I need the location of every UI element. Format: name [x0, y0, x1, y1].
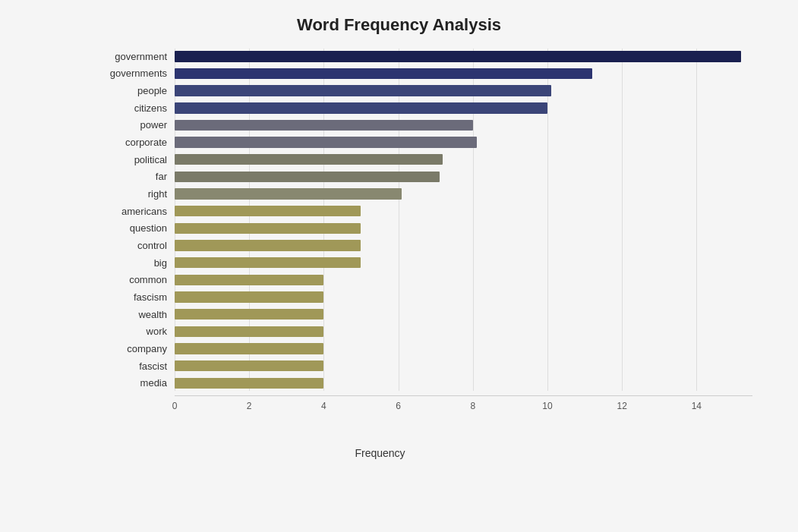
bar-fill: [175, 154, 443, 165]
bar-fill: [175, 378, 323, 389]
bar-row: corporate: [91, 134, 752, 150]
bar-row: media: [91, 375, 752, 391]
bar-row: big: [91, 255, 752, 271]
chart-area: governmentgovernmentspeoplecitizenspower…: [91, 49, 752, 459]
bar-label: work: [91, 326, 175, 337]
bar-row: wealth: [91, 307, 752, 323]
bar-fill: [175, 257, 361, 268]
bar-label: citizens: [91, 102, 175, 114]
bar-track: [175, 206, 752, 216]
bar-row: common: [91, 272, 752, 288]
bar-row: right: [91, 186, 752, 202]
bar-fill: [175, 206, 361, 216]
bar-label: far: [91, 171, 175, 182]
bars-wrapper: governmentgovernmentspeoplecitizenspower…: [91, 49, 752, 391]
bar-row: fascism: [91, 289, 752, 305]
bar-label: right: [91, 188, 175, 200]
bar-row: fascist: [91, 358, 752, 374]
x-axis-tick: 10: [542, 401, 552, 411]
bar-track: [175, 51, 752, 61]
bar-fill: [175, 51, 741, 61]
bar-track: [175, 275, 752, 285]
bar-fill: [175, 172, 440, 182]
bar-fill: [175, 360, 323, 371]
chart-title: Word Frequency Analysis: [46, 15, 752, 35]
bar-fill: [175, 102, 547, 113]
bar-label: wealth: [91, 309, 175, 320]
bar-row: question: [91, 221, 752, 237]
bar-fill: [175, 120, 473, 131]
bar-label: fascist: [91, 360, 175, 372]
bar-fill: [175, 223, 361, 234]
bar-label: people: [91, 85, 175, 96]
bar-row: citizens: [91, 100, 752, 116]
bar-row: political: [91, 152, 752, 168]
bar-track: [175, 378, 752, 389]
bar-label: governments: [91, 68, 175, 79]
bar-track: [175, 188, 752, 199]
bar-label: question: [91, 222, 175, 234]
x-axis-tick: 4: [321, 401, 326, 411]
x-axis-tick: 8: [470, 401, 475, 411]
bar-fill: [175, 309, 323, 320]
bar-track: [175, 154, 752, 165]
bar-row: government: [91, 49, 752, 65]
bar-label: company: [91, 343, 175, 354]
chart-container: Word Frequency Analysis governmentgovern…: [0, 0, 798, 532]
bar-label: political: [91, 154, 175, 165]
bar-fill: [175, 85, 551, 96]
bar-track: [175, 343, 752, 354]
bar-row: company: [91, 341, 752, 357]
bar-row: control: [91, 238, 752, 253]
bar-label: government: [91, 51, 175, 62]
x-axis-tick: 2: [247, 401, 252, 411]
bar-row: power: [91, 118, 752, 134]
bar-label: big: [91, 257, 175, 269]
x-axis: 02468101214: [175, 395, 752, 426]
bar-label: control: [91, 240, 175, 251]
bar-fill: [175, 275, 323, 285]
bar-fill: [175, 68, 592, 79]
bar-track: [175, 102, 752, 113]
bar-fill: [175, 137, 477, 147]
bar-fill: [175, 188, 402, 199]
bar-track: [175, 172, 752, 182]
bar-track: [175, 240, 752, 250]
bar-row: people: [91, 83, 752, 99]
bar-fill: [175, 240, 361, 250]
bar-track: [175, 223, 752, 234]
bar-row: americans: [91, 203, 752, 219]
bar-track: [175, 68, 752, 79]
bar-track: [175, 326, 752, 337]
bar-fill: [175, 343, 323, 354]
x-axis-tick: 14: [692, 401, 702, 411]
bar-fill: [175, 326, 323, 337]
bar-row: governments: [91, 66, 752, 82]
bar-row: work: [91, 324, 752, 340]
bar-fill: [175, 291, 323, 302]
bar-label: common: [91, 274, 175, 285]
bar-track: [175, 309, 752, 320]
x-axis-tick: 6: [396, 401, 401, 411]
bar-row: far: [91, 169, 752, 185]
bar-label: fascism: [91, 291, 175, 303]
bar-track: [175, 137, 752, 147]
bar-label: corporate: [91, 137, 175, 148]
bar-track: [175, 291, 752, 302]
x-axis-tick: 12: [617, 401, 626, 411]
bar-track: [175, 257, 752, 268]
bar-track: [175, 85, 752, 96]
bar-track: [175, 120, 752, 131]
bar-label: americans: [91, 206, 175, 217]
bar-track: [175, 360, 752, 371]
bar-label: media: [91, 377, 175, 389]
bar-label: power: [91, 119, 175, 131]
x-axis-label: Frequency: [8, 447, 752, 459]
x-axis-tick: 0: [172, 401, 178, 411]
